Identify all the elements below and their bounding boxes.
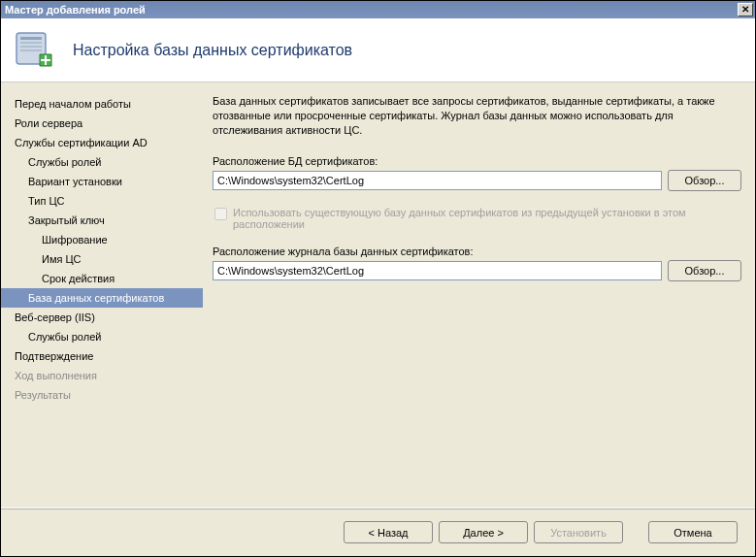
log-location-label: Расположение журнала базы данных сертифи… [213,246,741,257]
footer: < Назад Далее > Установить Отмена [1,508,755,556]
titlebar: Мастер добавления ролей ✕ [1,1,755,18]
content-panel: База данных сертификатов записывает все … [203,82,755,508]
wizard-icon [13,27,59,74]
use-existing-label: Использовать существующую базу данных се… [233,207,741,230]
browse-log-button[interactable]: Обзор... [668,260,741,281]
sidebar-item-11[interactable]: Веб-сервер (IIS) [1,308,203,327]
cancel-button[interactable]: Отмена [648,521,738,543]
sidebar-item-10[interactable]: База данных сертификатов [1,288,203,308]
svg-rect-2 [20,42,42,44]
wizard-window: Мастер добавления ролей ✕ Настройка базы… [0,0,756,557]
sidebar-item-6[interactable]: Закрытый ключ [1,211,203,230]
sidebar-item-1[interactable]: Роли сервера [1,114,203,133]
svg-rect-3 [20,46,42,48]
use-existing-row: Использовать существующую базу данных се… [213,207,741,230]
close-icon[interactable]: ✕ [738,3,753,16]
sidebar-item-2[interactable]: Службы сертификации AD [1,133,203,152]
body: Перед началом работыРоли сервераСлужбы с… [1,82,755,508]
use-existing-checkbox [214,208,227,220]
sidebar-item-5[interactable]: Тип ЦС [1,191,203,211]
sidebar-item-3[interactable]: Службы ролей [1,152,203,172]
sidebar: Перед началом работыРоли сервераСлужбы с… [1,82,203,508]
db-location-input[interactable] [213,171,662,190]
sidebar-item-15: Результаты [1,385,203,405]
log-location-row: Обзор... [213,260,741,281]
svg-rect-4 [20,49,42,51]
db-location-label: Расположение БД сертификатов: [213,155,741,167]
db-location-row: Обзор... [213,170,741,191]
log-location-input[interactable] [213,261,662,280]
back-button[interactable]: < Назад [344,521,433,543]
sidebar-item-8[interactable]: Имя ЦС [1,249,203,269]
window-title: Мастер добавления ролей [5,4,146,16]
svg-rect-1 [20,37,42,40]
sidebar-item-7[interactable]: Шифрование [1,230,203,249]
header: Настройка базы данных сертификатов [1,18,755,82]
sidebar-item-14: Ход выполнения [1,366,203,385]
browse-db-button[interactable]: Обзор... [668,170,741,191]
install-button: Установить [534,521,623,543]
sidebar-item-4[interactable]: Вариант установки [1,172,203,191]
sidebar-item-12[interactable]: Службы ролей [1,327,203,346]
next-button[interactable]: Далее > [439,521,528,543]
sidebar-item-13[interactable]: Подтверждение [1,346,203,366]
sidebar-item-9[interactable]: Срок действия [1,269,203,288]
sidebar-item-0[interactable]: Перед началом работы [1,94,203,114]
page-title: Настройка базы данных сертификатов [73,42,352,59]
description-text: База данных сертификатов записывает все … [213,94,741,138]
